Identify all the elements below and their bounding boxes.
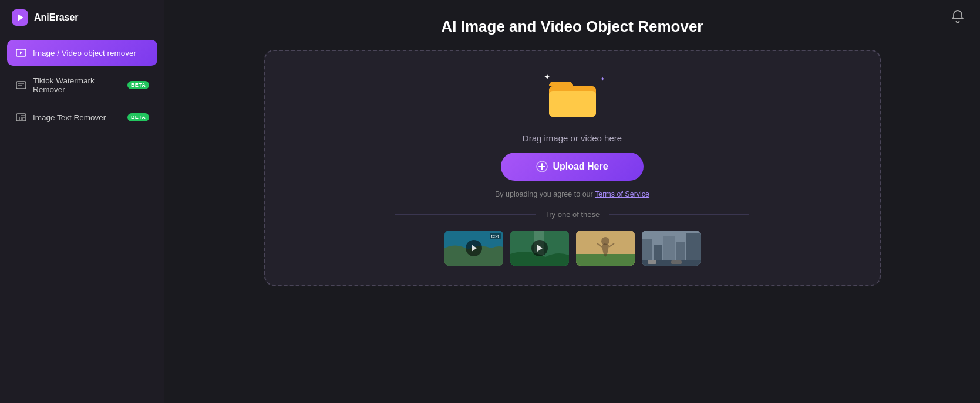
divider-right <box>609 214 749 215</box>
try-label: Try one of these <box>545 210 600 219</box>
sample-thumb-3[interactable] <box>576 231 635 266</box>
sidebar-item-label: Image / Video object remover <box>33 49 136 57</box>
sidebar: AniEraser Image / Video object remover <box>0 0 164 403</box>
top-bar <box>949 8 966 25</box>
svg-rect-33 <box>671 260 682 264</box>
drag-hint-text: Drag image or video here <box>523 133 622 143</box>
upload-button[interactable]: Upload Here <box>501 153 643 181</box>
app-name: AniEraser <box>34 12 79 23</box>
app-logo-icon <box>12 9 28 26</box>
thumb3-bg <box>576 231 635 266</box>
sidebar-item-image-text-remover[interactable]: T Image Text Remover Beta <box>7 104 157 130</box>
sample-thumb-4[interactable] <box>642 231 701 266</box>
sample-thumbnails: text <box>444 231 701 266</box>
sidebar-item-label: Tiktok Watermark Remover <box>33 76 122 94</box>
main-content: AI Image and Video Object Remover ✦ ✦ Dr… <box>164 0 980 403</box>
svg-rect-3 <box>16 82 26 89</box>
sparkle2-icon: ✦ <box>600 76 605 82</box>
thumb1-label: text <box>490 233 501 239</box>
notification-bell-icon[interactable] <box>949 8 966 25</box>
thumb2-play-button[interactable] <box>531 240 548 256</box>
divider-row: Try one of these <box>395 210 750 219</box>
sidebar-item-image-video-remover[interactable]: Image / Video object remover <box>7 40 157 66</box>
text-remover-icon: T <box>15 111 27 123</box>
sample-thumb-1[interactable]: text <box>444 231 503 266</box>
folder-icon: ✦ ✦ <box>546 74 599 121</box>
page-title: AI Image and Video Object Remover <box>442 18 703 36</box>
sidebar-item-label: Image Text Remover <box>33 113 106 122</box>
tos-link[interactable]: Terms of Service <box>595 190 649 198</box>
play-triangle-icon <box>472 245 477 252</box>
sample-thumb-2[interactable] <box>510 231 569 266</box>
svg-rect-32 <box>648 260 656 264</box>
sidebar-header: AniEraser <box>0 0 164 35</box>
tiktok-icon <box>15 79 27 91</box>
upload-button-label: Upload Here <box>553 161 608 172</box>
image-video-icon <box>15 47 27 59</box>
tos-text: By uploading you agree to our Terms of S… <box>495 190 649 198</box>
sidebar-nav: Image / Video object remover Tiktok Wate… <box>0 35 164 403</box>
plus-icon <box>536 161 548 172</box>
svg-rect-12 <box>549 91 596 117</box>
thumb4-bg <box>642 231 701 266</box>
svg-text:T: T <box>18 116 21 120</box>
sparkle-icon: ✦ <box>544 72 551 82</box>
divider-left <box>395 214 536 215</box>
beta-badge-text-remover: Beta <box>127 113 149 121</box>
thumb1-play-button[interactable] <box>466 240 482 256</box>
dropzone[interactable]: ✦ ✦ Drag image or video here Upload Here <box>264 50 881 286</box>
sidebar-item-tiktok-watermark[interactable]: Tiktok Watermark Remover Beta <box>7 69 157 101</box>
beta-badge-tiktok: Beta <box>127 81 149 89</box>
play-triangle-icon <box>537 245 543 252</box>
